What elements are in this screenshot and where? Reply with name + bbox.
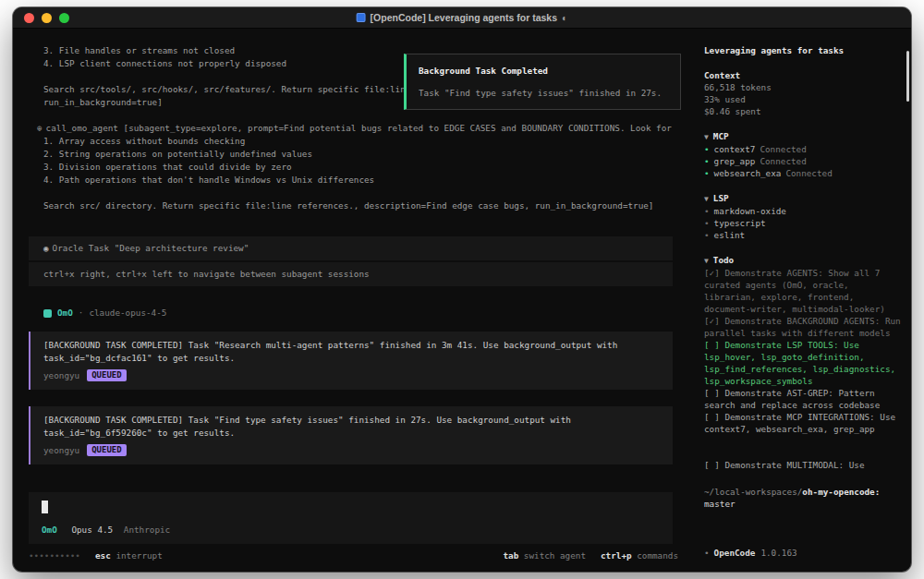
session-title: Leveraging agents for tasks	[704, 44, 902, 56]
session-sidebar: Leveraging agents for tasks Context 66,5…	[691, 29, 911, 572]
agent-separator: ·	[79, 307, 84, 320]
tool-call-icon: ⊕	[37, 123, 43, 133]
text-cursor	[42, 501, 48, 513]
chat-pane: 3. File handles or streams not closed 4.…	[13, 29, 691, 572]
message-text: [BACKGROUND TASK COMPLETED] Task "Resear…	[43, 339, 660, 365]
subagent-nav-hint: ctrl+x right, ctrl+x left to navigate be…	[29, 262, 673, 286]
workspace-path: ~/local-workspaces/oh-my-opencode: maste…	[704, 486, 902, 510]
tool-call-block: ⊕call_omo_agent [subagent_type=explore, …	[29, 122, 678, 212]
brand-dot-icon: •	[704, 548, 710, 558]
tool-call-text: call_omo_agent [subagent_type=explore, p…	[46, 123, 672, 133]
todo-item: [ ] Demonstrate AST-GREP: Pattern search…	[704, 387, 902, 411]
todo-item: [ ] Demonstrate MULTIMODAL: Use	[704, 459, 902, 471]
hint-interrupt: esc interrupt	[95, 549, 163, 562]
model-indicator: OmO Opus 4.5 Anthropic	[42, 524, 660, 537]
tool-call-item: 2. String operations on potentially unde…	[29, 148, 678, 161]
oracle-task-icon: ◉	[43, 243, 49, 253]
context-spent: $0.46 spent	[704, 105, 902, 117]
queued-badge: QUEUED	[87, 369, 127, 381]
session-status-icon: ◐	[562, 12, 567, 23]
input-model-provider: Anthropic	[124, 525, 170, 535]
input-line[interactable]	[42, 500, 660, 514]
lsp-item: •typescript	[704, 217, 902, 229]
mcp-item: •grep_appConnected	[704, 155, 902, 167]
status-dot-icon: •	[704, 218, 710, 228]
agent-icon	[43, 309, 52, 318]
background-task-message: [BACKGROUND TASK COMPLETED] Task "Find t…	[29, 406, 673, 464]
lsp-section-heading[interactable]: ▼LSP	[704, 192, 902, 205]
zoom-button[interactable]	[59, 13, 69, 23]
window-title: [OpenCode] Leveraging agents for tasks ◐	[357, 12, 568, 23]
git-branch: master	[704, 498, 902, 510]
mcp-item: •websearch_exaConnected	[704, 167, 902, 179]
chevron-down-icon: ▼	[704, 257, 709, 265]
app-icon	[357, 13, 366, 22]
app-version: 1.0.163	[760, 548, 796, 558]
todo-item: [✓] Demonstrate BACKGROUND AGENTS: Run p…	[704, 315, 902, 339]
status-dot-icon: •	[704, 230, 710, 240]
close-button[interactable]	[24, 13, 34, 23]
chevron-down-icon: ▼	[704, 133, 709, 141]
chevron-down-icon: ▼	[704, 195, 709, 203]
input-agent-name: OmO	[42, 525, 57, 535]
status-dot-icon: •	[704, 206, 710, 216]
queued-badge: QUEUED	[87, 444, 127, 456]
tool-call-footer: Search src/ directory. Return specific f…	[29, 199, 678, 212]
brand-name: OpenCode	[714, 548, 756, 558]
agent-header: OmO · claude-opus-4-5	[29, 307, 678, 320]
message-author: yeongyu	[43, 368, 79, 382]
status-dot-icon: •	[704, 144, 710, 154]
message-meta: yeongyu QUEUED	[43, 443, 660, 457]
status-dot-icon: •	[704, 168, 710, 178]
message-author: yeongyu	[43, 443, 79, 457]
opencode-window: [OpenCode] Leveraging agents for tasks ◐…	[13, 7, 911, 572]
todo-item: [ ] Demonstrate LSP TOOLS: Use lsp_hover…	[704, 339, 902, 387]
tool-call-item: 1. Array access without bounds checking	[29, 135, 678, 148]
status-bar: ∙∙∙∙∙∙∙∙∙∙ esc interrupt tab switch agen…	[29, 544, 678, 562]
tool-call-header: ⊕call_omo_agent [subagent_type=explore, …	[29, 122, 678, 135]
oracle-task-banner: ◉Oracle Task "Deep architecture review"	[29, 236, 673, 260]
tool-call-item: 3. Division operations that could divide…	[29, 161, 678, 174]
minimize-button[interactable]	[42, 13, 52, 23]
lsp-item: •markdown-oxide	[704, 205, 902, 217]
background-task-message: [BACKGROUND TASK COMPLETED] Task "Resear…	[29, 332, 673, 390]
context-tokens: 66,518 tokens	[704, 81, 902, 93]
todo-item: [ ] Demonstrate MCP INTEGRATIONS: Use co…	[704, 411, 902, 435]
toast-body: Task "Find type safety issues" finished …	[419, 87, 668, 99]
todo-section-heading[interactable]: ▼Todo	[704, 254, 902, 267]
toast-notification[interactable]: Background Task Completed Task "Find typ…	[404, 54, 681, 110]
todo-item: [✓] Demonstrate AGENTS: Show all 7 curat…	[704, 267, 902, 315]
mcp-section-heading[interactable]: ▼MCP	[704, 130, 902, 143]
window-title-text: [OpenCode] Leveraging agents for tasks	[371, 12, 557, 23]
message-text: [BACKGROUND TASK COMPLETED] Task "Find t…	[43, 414, 660, 440]
toast-title: Background Task Completed	[419, 65, 668, 77]
app-version-footer: •OpenCode1.0.163	[704, 547, 902, 559]
mcp-item: •context7Connected	[704, 143, 902, 155]
message-meta: yeongyu QUEUED	[43, 368, 660, 382]
status-dot-icon: •	[704, 156, 710, 166]
titlebar: [OpenCode] Leveraging agents for tasks ◐	[13, 7, 911, 29]
input-model-name: Opus 4.5	[71, 525, 113, 535]
tool-call-item: 4. Path operations that don't handle Win…	[29, 174, 678, 187]
context-heading: Context	[704, 69, 902, 81]
lsp-item: •eslint	[704, 229, 902, 241]
oracle-task-label: Oracle Task "Deep architecture review"	[53, 243, 249, 253]
hint-switch-agent: tab switch agent	[503, 549, 586, 562]
spinner-dots: ∙∙∙∙∙∙∙∙∙∙	[29, 549, 80, 562]
hint-commands: ctrl+p commands	[601, 549, 678, 562]
context-used: 33% used	[704, 93, 902, 105]
agent-name: OmO	[57, 307, 73, 320]
window-controls	[13, 13, 69, 23]
sidebar-scrollbar[interactable]	[906, 51, 909, 102]
prompt-input[interactable]: OmO Opus 4.5 Anthropic	[29, 492, 673, 544]
agent-model: claude-opus-4-5	[89, 307, 166, 320]
